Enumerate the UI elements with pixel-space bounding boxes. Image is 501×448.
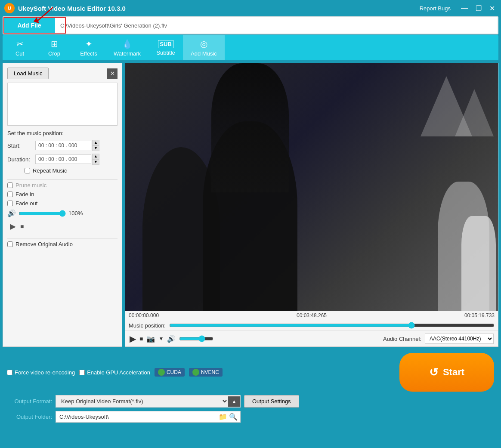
- cuda-icon: [158, 369, 165, 376]
- load-music-row: Load Music ✕: [7, 68, 118, 79]
- volume-icon: 🔊: [7, 209, 16, 217]
- start-field-row: Start: ▲ ▼: [7, 140, 118, 151]
- duration-spin-up[interactable]: ▲: [92, 154, 99, 159]
- close-button[interactable]: ✕: [488, 4, 497, 12]
- repeat-music-label: Repeat Music: [33, 167, 67, 174]
- music-position-slider[interactable]: [169, 322, 495, 329]
- tab-crop-label: Crop: [48, 50, 60, 57]
- fade-out-checkbox[interactable]: [7, 201, 13, 206]
- restore-button[interactable]: ❐: [474, 4, 483, 12]
- tab-subtitle-label: Subtitle: [156, 49, 175, 56]
- fade-in-label: Fade in: [15, 191, 34, 198]
- video-panel: 00:00:00.000 00:03:48.265 00:05:19.733 M…: [125, 63, 498, 347]
- nvenc-badge: NVENC: [189, 368, 223, 377]
- cuda-badge: CUDA: [155, 368, 185, 377]
- timecode-right: 00:05:19.733: [464, 312, 495, 318]
- remove-original-audio-checkbox[interactable]: [7, 241, 13, 247]
- player-controls-row: ▶ ■ 📷 ▼ 🔊 Audio Channel: AAC(Stereo 4410…: [125, 331, 498, 346]
- tab-watermark-label: Watermark: [114, 50, 141, 57]
- minimize-button[interactable]: —: [459, 4, 470, 12]
- app-icon: U: [4, 3, 15, 13]
- audio-channel-select[interactable]: AAC(Stereo 44100Hz): [425, 334, 494, 344]
- repeat-music-checkbox[interactable]: [25, 168, 30, 173]
- hair-detail: [211, 63, 289, 192]
- app-title: UkeySoft Video Music Editor 10.3.0: [18, 5, 420, 12]
- output-settings-button[interactable]: Output Settings: [244, 395, 299, 408]
- duration-spin[interactable]: ▲ ▼: [92, 154, 99, 165]
- output-format-arrow[interactable]: ▲: [228, 396, 240, 407]
- tab-crop[interactable]: ⊞ Crop: [37, 35, 71, 60]
- nvenc-icon: [192, 369, 199, 376]
- play-controls-row: ▶ ■: [7, 221, 118, 232]
- prune-music-row: Prune music: [7, 182, 118, 188]
- watermark-icon: 💧: [122, 39, 133, 49]
- screenshot-dropdown[interactable]: ▼: [158, 336, 164, 342]
- tab-effects[interactable]: ✦ Effects: [71, 35, 106, 60]
- music-position-label: Set the music position:: [7, 130, 118, 136]
- load-music-button[interactable]: Load Music: [7, 68, 49, 79]
- tab-add-music[interactable]: ◎ Add Music: [183, 35, 225, 60]
- force-reencode-label[interactable]: Force video re-encoding: [7, 369, 75, 376]
- remove-original-audio-label: Remove Original Audio: [15, 241, 73, 247]
- audio-channel-label: Audio Channel:: [383, 336, 421, 342]
- repeat-music-row: Repeat Music: [7, 167, 118, 174]
- video-frame: [125, 63, 498, 311]
- start-button[interactable]: ↺ Start: [399, 353, 494, 392]
- tab-subtitle[interactable]: SUB Subtitle: [148, 35, 183, 60]
- player-volume-slider[interactable]: [179, 335, 213, 342]
- remove-original-audio-row: Remove Original Audio: [7, 241, 118, 247]
- start-icon: ↺: [429, 366, 439, 379]
- output-folder-wrapper: 📁 🔍: [56, 411, 241, 423]
- search-folder-button[interactable]: 🔍: [229, 413, 238, 421]
- output-format-select[interactable]: Keep Original Video Format(*.flv): [56, 395, 228, 407]
- duration-label: Duration:: [7, 156, 35, 163]
- duration-time-input[interactable]: [35, 154, 91, 164]
- music-list-box[interactable]: [7, 83, 118, 126]
- arrow-annotation: [27, 5, 62, 27]
- stop-button[interactable]: ■: [19, 221, 25, 232]
- enable-gpu-label[interactable]: Enable GPU Acceleration: [79, 369, 150, 376]
- start-spin-down[interactable]: ▼: [92, 145, 99, 151]
- player-volume-icon: 🔊: [167, 335, 176, 343]
- tab-cut-label: Cut: [15, 50, 24, 57]
- toolbar: ✂ Cut ⊞ Crop ✦ Effects 💧 Watermark SUB S…: [3, 35, 498, 60]
- screenshot-button[interactable]: 📷: [146, 335, 155, 343]
- window-controls: — ❐ ✕: [459, 4, 497, 12]
- tab-watermark[interactable]: 💧 Watermark: [106, 35, 148, 60]
- title-bar: U UkeySoft Video Music Editor 10.3.0 Rep…: [0, 0, 501, 16]
- tab-cut[interactable]: ✂ Cut: [3, 35, 37, 60]
- add-music-icon: ◎: [200, 39, 207, 49]
- prune-music-label: Prune music: [15, 182, 46, 188]
- duration-field-row: Duration: ▲ ▼: [7, 154, 118, 165]
- left-panel: Load Music ✕ Set the music position: Sta…: [3, 63, 122, 347]
- start-time-input[interactable]: [35, 141, 91, 150]
- svg-line-0: [36, 7, 53, 22]
- close-panel-button[interactable]: ✕: [107, 68, 118, 79]
- tab-add-music-label: Add Music: [191, 50, 217, 57]
- start-spin[interactable]: ▲ ▼: [92, 140, 99, 151]
- browse-folder-button[interactable]: 📁: [219, 413, 227, 421]
- force-reencode-checkbox[interactable]: [7, 370, 12, 375]
- cuda-label: CUDA: [167, 369, 181, 375]
- white-figure: [461, 216, 496, 311]
- enable-gpu-checkbox[interactable]: [79, 370, 85, 375]
- fade-in-checkbox[interactable]: [7, 192, 13, 197]
- prune-music-checkbox[interactable]: [7, 182, 13, 188]
- volume-percent: 100%: [68, 210, 83, 216]
- video-stop-button[interactable]: ■: [139, 335, 143, 342]
- video-display: [125, 63, 498, 311]
- music-position-label: Music position:: [129, 322, 166, 329]
- output-folder-input[interactable]: [56, 411, 216, 422]
- bottom-bar: Force video re-encoding Enable GPU Accel…: [3, 349, 498, 426]
- timecode-row: 00:00:00.000 00:03:48.265 00:05:19.733: [125, 311, 498, 320]
- timecode-left: 00:00:00.000: [129, 312, 159, 318]
- video-play-button[interactable]: ▶: [130, 334, 136, 344]
- output-format-wrapper: Keep Original Video Format(*.flv) ▲: [56, 395, 241, 408]
- volume-slider[interactable]: [19, 210, 66, 217]
- start-spin-up[interactable]: ▲: [92, 140, 99, 145]
- start-label: Start:: [7, 142, 35, 149]
- report-bugs-link[interactable]: Report Bugs: [420, 5, 451, 12]
- duration-spin-down[interactable]: ▼: [92, 159, 99, 165]
- timecode-center: 00:03:48.265: [297, 312, 327, 318]
- play-button[interactable]: ▶: [9, 221, 17, 232]
